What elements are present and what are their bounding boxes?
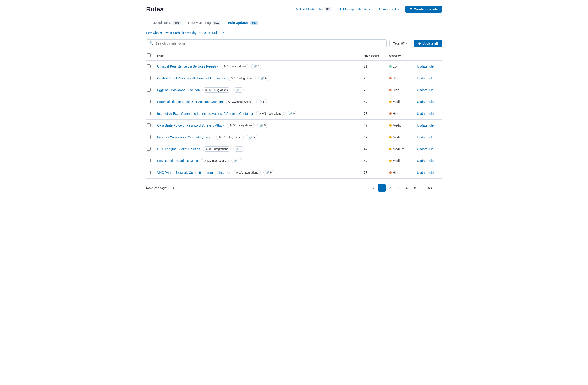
update-rule-button[interactable]: Update rule xyxy=(417,171,434,175)
rule-name-link[interactable]: PowerShell PSReflect Script xyxy=(157,159,198,163)
manage-value-lists-button[interactable]: ⬇ Manage value lists xyxy=(337,6,372,13)
page-5-button[interactable]: 5 xyxy=(411,184,419,192)
rule-name-link[interactable]: Okta Brute Force or Password Spraying At… xyxy=(157,124,224,127)
prev-page-button[interactable]: ‹ xyxy=(370,184,377,192)
table-row: GCP Logging Bucket Deletion ⚙ 0/1 integr… xyxy=(146,143,442,155)
severity-label: Medium xyxy=(393,100,404,104)
update-rule-button[interactable]: Update rule xyxy=(417,88,434,92)
rule-name-link[interactable]: Unusual Persistence via Services Registr… xyxy=(157,65,218,68)
update-rule-button[interactable]: Update rule xyxy=(417,135,434,139)
next-page-button[interactable]: › xyxy=(435,184,442,192)
tag-icon: 🔗 xyxy=(236,148,239,151)
update-rule-cell: Update rule xyxy=(414,96,442,108)
risk-score-cell: 73 xyxy=(361,167,386,179)
chevron-down-icon: ▾ xyxy=(406,42,408,45)
rule-name-link[interactable]: Potential Hidden Local User Account Crea… xyxy=(157,100,223,104)
tab-rule-updates[interactable]: Rule Updates 523 xyxy=(224,19,262,27)
row-checkbox-8[interactable] xyxy=(147,159,151,162)
rule-name-link[interactable]: Process Creation via Secondary Logon xyxy=(157,135,213,139)
row-checkbox-6[interactable] xyxy=(147,135,151,139)
tag-icon: 🔗 xyxy=(260,124,263,127)
page-4-button[interactable]: 4 xyxy=(403,184,411,192)
update-rule-button[interactable]: Update rule xyxy=(417,100,434,104)
download-icon: ⬇ xyxy=(339,7,342,11)
risk-score-cell: 47 xyxy=(361,155,386,167)
risk-score-cell: 47 xyxy=(361,131,386,143)
rule-name-link[interactable]: Control Panel Process with Unusual Argum… xyxy=(157,76,225,80)
row-checkbox-7[interactable] xyxy=(147,147,151,151)
import-rules-button[interactable]: ⬆ Import rules xyxy=(376,6,402,13)
last-page-button[interactable]: 53 xyxy=(426,184,434,192)
integration-icon: ⚙ xyxy=(235,171,238,174)
row-checkbox-cell[interactable] xyxy=(146,155,154,167)
tags-filter-button[interactable]: Tags 67 ▾ xyxy=(389,40,411,47)
table-row: Control Panel Process with Unusual Argum… xyxy=(146,72,442,84)
update-rule-button[interactable]: Update rule xyxy=(417,112,434,115)
severity-label: Medium xyxy=(393,159,404,163)
prebuilt-rules-link[interactable]: See what's new in Prebuilt Security Dete… xyxy=(146,31,224,35)
severity-cell: High xyxy=(386,84,414,96)
row-checkbox-cell[interactable] xyxy=(146,96,154,108)
integration-badge: ⚙ 0/1 integrations xyxy=(203,146,231,152)
tab-rule-monitoring[interactable]: Rule Monitoring 801 xyxy=(185,19,224,27)
row-checkbox-9[interactable] xyxy=(147,171,151,174)
tag-icon: 🔗 xyxy=(261,77,264,80)
table-row: Okta Brute Force or Password Spraying At… xyxy=(146,120,442,131)
create-new-rule-button[interactable]: ⊕ Create new rule xyxy=(405,5,442,13)
update-rule-button[interactable]: Update rule xyxy=(417,65,434,68)
page-2-button[interactable]: 2 xyxy=(386,184,394,192)
rule-name-link[interactable]: EggShell Backdoor Execution xyxy=(157,88,200,92)
rule-name-cell: VNC (Virtual Network Computing) from the… xyxy=(154,167,361,179)
row-checkbox-0[interactable] xyxy=(147,64,151,68)
integration-badge: ⚙ 1/2 integrations xyxy=(228,76,256,81)
severity-dot xyxy=(389,160,392,162)
select-all-header[interactable] xyxy=(146,51,154,60)
row-checkbox-5[interactable] xyxy=(147,123,151,127)
risk-score-column-header: Risk score xyxy=(361,51,386,60)
row-checkbox-4[interactable] xyxy=(147,112,151,115)
update-rule-button[interactable]: Update rule xyxy=(417,159,434,163)
row-checkbox-1[interactable] xyxy=(147,76,151,80)
severity-label: High xyxy=(393,76,399,80)
update-all-button[interactable]: ⊕ Update all xyxy=(414,40,442,47)
tag-badge: 🔗 6 xyxy=(258,76,269,81)
rule-name-link[interactable]: GCP Logging Bucket Deletion xyxy=(157,147,200,151)
add-elastic-rules-button[interactable]: ⊕ Add Elastic rules 33 xyxy=(293,6,333,13)
row-checkbox-cell[interactable] xyxy=(146,143,154,155)
rule-name-link[interactable]: VNC (Virtual Network Computing) from the… xyxy=(157,171,230,175)
tag-badge: 🔗 6 xyxy=(287,111,297,116)
row-checkbox-cell[interactable] xyxy=(146,131,154,143)
search-input[interactable] xyxy=(156,42,384,45)
tags-label: Tags xyxy=(393,42,400,45)
page-1-button[interactable]: 1 xyxy=(378,184,385,192)
severity-dot xyxy=(389,77,392,79)
severity-cell: Medium xyxy=(386,143,414,155)
update-rule-button[interactable]: Update rule xyxy=(417,76,434,80)
rule-column-header: Rule xyxy=(154,51,361,60)
severity-label: High xyxy=(393,171,399,175)
select-all-checkbox[interactable] xyxy=(147,53,151,57)
integration-icon: ⚙ xyxy=(205,88,208,92)
row-checkbox-cell[interactable] xyxy=(146,108,154,120)
row-checkbox-2[interactable] xyxy=(147,88,151,92)
page-3-button[interactable]: 3 xyxy=(395,184,402,192)
severity-column-header: Severity xyxy=(386,51,414,60)
row-checkbox-cell[interactable] xyxy=(146,72,154,84)
table-row: EggShell Backdoor Execution ⚙ 1/1 integr… xyxy=(146,84,442,96)
severity-cell: Low xyxy=(386,60,414,72)
import-rules-label: Import rules xyxy=(382,7,399,11)
row-checkbox-cell[interactable] xyxy=(146,167,154,179)
risk-score-cell: 47 xyxy=(361,96,386,108)
update-rule-cell: Update rule xyxy=(414,155,442,167)
rows-per-page-selector[interactable]: Rows per page: 10 ▾ xyxy=(146,186,174,190)
update-rule-button[interactable]: Update rule xyxy=(417,124,434,127)
row-checkbox-cell[interactable] xyxy=(146,120,154,131)
row-checkbox-cell[interactable] xyxy=(146,84,154,96)
integration-badge: ⚙ 1/1 integrations xyxy=(226,99,253,104)
update-rule-cell: Update rule xyxy=(414,60,442,72)
tab-installed-rules[interactable]: Installed Rules 801 xyxy=(146,19,185,27)
rule-name-link[interactable]: Interactive Exec Command Launched Agains… xyxy=(157,112,253,115)
row-checkbox-3[interactable] xyxy=(147,100,151,103)
update-rule-button[interactable]: Update rule xyxy=(417,147,434,151)
row-checkbox-cell[interactable] xyxy=(146,60,154,72)
